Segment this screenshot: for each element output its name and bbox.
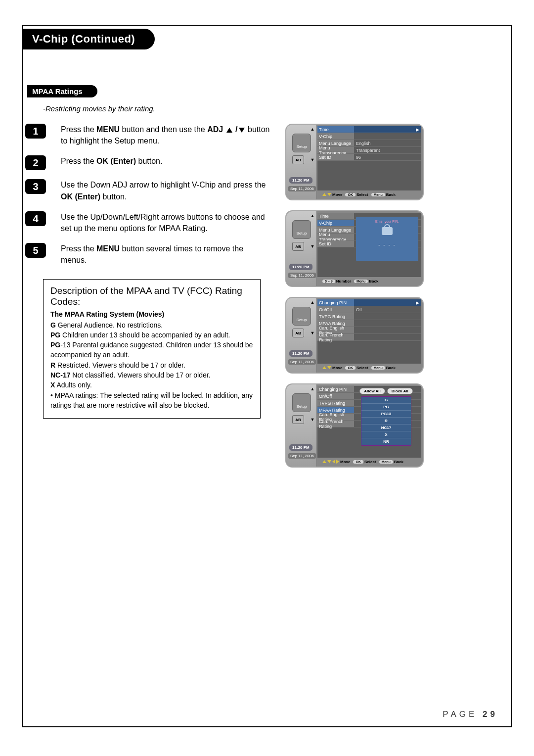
step-number: 3 (25, 179, 46, 194)
osd-mpaa-rating: ▲ Setup AB ▼ 11:20 PM Sep.11, 2006 Chang… (285, 383, 424, 468)
up-arrow-icon: ▲ (310, 213, 315, 218)
menu-item[interactable]: Changing PIN (317, 299, 354, 306)
osd-hints: Move OKSelect MenuBack (317, 191, 421, 198)
description-box: Description of the MPAA and TV (FCC) Rat… (43, 279, 261, 419)
steps-column: 1 Press the MENU button and then use the… (23, 124, 275, 419)
osd-time: 11:20 PM (289, 264, 312, 270)
osd-date: Sep.11, 2006 (288, 359, 316, 365)
rating-list: G PG PG13 R NC17 X NR (361, 396, 411, 446)
lock-icon (382, 227, 393, 238)
menu-item[interactable]: On/Off (317, 306, 354, 313)
menu-item[interactable]: Can. French Rating (317, 421, 354, 427)
osd-hints: Move OKSelect MenuBack (317, 458, 421, 465)
menu-item[interactable]: Time (317, 213, 354, 219)
step-2: 2 Press the OK (Enter) button. (25, 155, 275, 170)
setup-icon: Setup (292, 220, 311, 239)
menu-item[interactable]: Menu Transparency (317, 234, 354, 240)
up-arrow-icon: ▲ (310, 300, 315, 305)
menu-item[interactable]: Time (317, 126, 354, 133)
section-subtitle: -Restricting movies by their rating. (43, 104, 511, 113)
chevron-right-icon: ▶ (416, 300, 419, 305)
screenshots-column: ▲ Setup AB ▼ 11:20 PM Sep.11, 2006 Time▶… (275, 124, 500, 477)
ab-icon: AB (292, 155, 304, 164)
rating-option[interactable]: NC17 (361, 425, 411, 431)
osd-hints: 0 ~ 9Number MenuBack (317, 278, 421, 284)
down-arrow-icon: ▼ (310, 331, 315, 335)
step-text: Press the MENU button several times to r… (61, 243, 275, 266)
menu-item[interactable]: TVPG Rating (317, 313, 354, 320)
allow-all-button[interactable]: Allow All (359, 388, 385, 394)
down-arrow-icon (239, 128, 245, 133)
pin-dialog: Enter your PIN. - - - - (356, 217, 418, 261)
step-text: Use the Up/Down/Left/Right arrows button… (61, 211, 275, 234)
step-text: Press the OK (Enter) button. (61, 155, 167, 167)
page-number: PAGE 29 (443, 709, 498, 719)
setup-icon: Setup (292, 307, 311, 326)
down-arrow-icon: ▼ (310, 244, 315, 249)
menu-item[interactable]: Menu Transparency (317, 147, 354, 153)
rating-panel: Allow All Block All G PG PG13 R NC17 X N… (354, 388, 418, 446)
up-arrow-icon: ▲ (310, 386, 315, 391)
ab-icon: AB (292, 329, 304, 337)
osd-date: Sep.11, 2006 (288, 186, 316, 191)
step-text: Use the Down ADJ arrow to highlight V-Ch… (61, 179, 275, 202)
menu-item[interactable]: Set ID (317, 154, 354, 160)
step-4: 4 Use the Up/Down/Left/Right arrows butt… (25, 211, 275, 234)
step-number: 1 (25, 124, 46, 139)
section-heading: MPAA Ratings (27, 85, 97, 97)
step-3: 3 Use the Down ADJ arrow to highlight V-… (25, 179, 275, 202)
setup-icon: Setup (292, 393, 311, 412)
rating-option[interactable]: PG (361, 404, 411, 411)
menu-item[interactable]: On/Off (317, 393, 354, 399)
rating-option[interactable]: NR (361, 438, 411, 445)
menu-item[interactable]: Changing PIN (317, 386, 354, 392)
menu-item[interactable]: Set ID (317, 240, 354, 247)
down-arrow-icon: ▼ (310, 417, 315, 422)
osd-date: Sep.11, 2006 (288, 453, 316, 459)
step-5: 5 Press the MENU button several times to… (25, 243, 275, 266)
up-arrow-icon (226, 128, 232, 133)
ab-icon: AB (292, 415, 304, 424)
osd-setup-menu: ▲ Setup AB ▼ 11:20 PM Sep.11, 2006 Time▶… (285, 124, 424, 200)
rating-option[interactable]: PG13 (361, 411, 411, 418)
step-number: 4 (25, 211, 46, 226)
step-number: 5 (25, 243, 46, 258)
page-title: V-Chip (Continued) (23, 29, 155, 49)
up-arrow-icon: ▲ (310, 127, 315, 132)
step-number: 2 (25, 155, 46, 170)
description-title: Description of the MPAA and TV (FCC) Rat… (50, 285, 253, 307)
menu-item[interactable]: Can. French Rating (317, 334, 354, 340)
rating-option[interactable]: X (361, 431, 411, 438)
description-body: G General Audience. No restrictions. PG … (50, 320, 253, 411)
chevron-right-icon: ▶ (416, 127, 419, 132)
page-frame: V-Chip (Continued) MPAA Ratings -Restric… (22, 25, 512, 727)
osd-time: 11:20 PM (289, 177, 312, 184)
osd-hints: Move OKSelect MenuBack (317, 364, 421, 371)
block-all-button[interactable]: Block All (387, 388, 413, 394)
rating-option[interactable]: R (361, 418, 411, 425)
menu-item[interactable]: V-Chip (317, 133, 354, 140)
down-arrow-icon: ▼ (310, 157, 315, 162)
osd-vchip-menu: ▲ Setup AB ▼ 11:20 PM Sep.11, 2006 Chang… (285, 297, 424, 374)
step-1: 1 Press the MENU button and then use the… (25, 124, 275, 146)
osd-time: 11:20 PM (289, 444, 312, 451)
description-subtitle: The MPAA Rating System (Movies) (50, 310, 253, 318)
osd-date: Sep.11, 2006 (288, 273, 316, 278)
setup-icon: Setup (292, 134, 311, 152)
osd-time: 11:20 PM (289, 350, 312, 357)
pin-field[interactable]: - - - - (356, 242, 418, 247)
content-area: MPAA Ratings -Restricting movies by thei… (23, 85, 511, 477)
osd-pin-entry: ▲ Setup AB ▼ 11:20 PM Sep.11, 2006 Time … (285, 210, 424, 287)
pin-title: Enter your PIN. (356, 220, 418, 223)
ab-icon: AB (292, 242, 304, 251)
menu-item[interactable]: TVPG Rating (317, 400, 354, 406)
step-text: Press the MENU button and then use the A… (61, 124, 275, 146)
rating-option[interactable]: G (361, 397, 411, 404)
menu-item[interactable]: V-Chip (317, 220, 354, 226)
